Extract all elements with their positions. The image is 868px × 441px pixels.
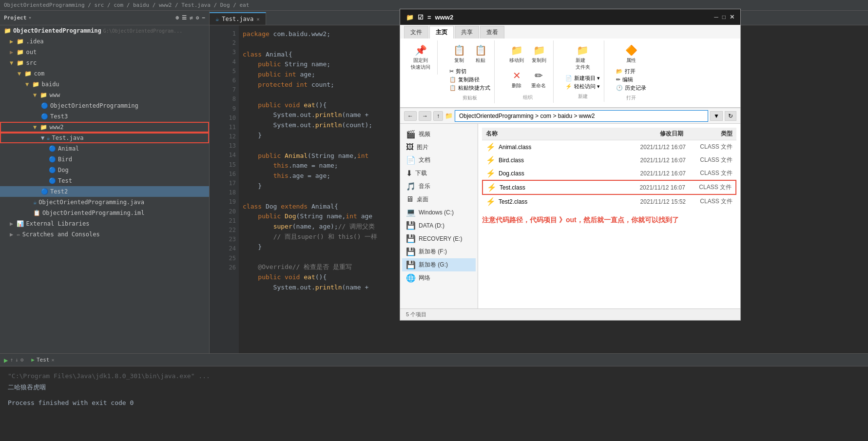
fe-search-btn[interactable]: ▼ (710, 111, 723, 121)
globe-icon[interactable]: ⊕ (176, 15, 179, 21)
fe-nav-network[interactable]: 🌐 网络 (402, 271, 476, 285)
fe-move-icon: 📁 (511, 44, 523, 56)
sidebar-item-bird[interactable]: 🔵 Bird (0, 154, 209, 165)
fe-cut-row[interactable]: ✂ 剪切 (449, 68, 490, 75)
fe-pin-btn[interactable]: 📌 固定到快速访问 (408, 42, 433, 73)
fe-status-bar: 5 个项目 (400, 308, 740, 320)
sidebar-item-src[interactable]: ▼ 📁 src (0, 58, 209, 68)
fe-nav-vol-g[interactable]: 💾 新加卷 (G:) (402, 258, 476, 271)
fe-open-row[interactable]: 📂 打开 (616, 68, 646, 75)
fe-back-btn[interactable]: ← (404, 111, 417, 121)
sidebar-item-oopiml[interactable]: 📋 ObjectOrientedProgramming.iml (0, 208, 209, 218)
sidebar-item-www[interactable]: ▼ 📁 www (0, 90, 209, 100)
fe-file-test[interactable]: ⚡ Test.class 2021/11/12 16:07 CLASS 文件 (482, 180, 736, 195)
fe-newitem-row[interactable]: 📄 新建项目 ▾ (565, 75, 600, 82)
fe-forward-btn[interactable]: → (419, 111, 431, 121)
fe-group-open: 🔶 属性 📂 打开 ✏ 编辑 🕐 历史记录 (612, 40, 650, 103)
fe-nav-images[interactable]: 🖼 图片 (402, 141, 476, 153)
sidebar-item-com[interactable]: ▼ 📁 com (0, 68, 209, 79)
fe-col-type[interactable]: 类型 (683, 130, 733, 138)
sidebar-item-www2[interactable]: ▼ 📁 www2 (0, 122, 209, 133)
fe-move-btn[interactable]: 📁 移动到 (506, 42, 527, 66)
fe-properties-btn[interactable]: 🔶 属性 (621, 42, 641, 66)
list-icon[interactable]: ☰ (182, 15, 187, 21)
animal-icon: 🔵 (49, 145, 56, 152)
fe-recovery-e-icon: 💾 (406, 234, 416, 243)
fe-tab-view[interactable]: 查看 (480, 26, 504, 38)
minus-icon[interactable]: − (202, 15, 205, 21)
fe-history-icon: 🕐 (616, 85, 623, 91)
sidebar-item-baidu[interactable]: ▼ 📁 baidu (0, 79, 209, 90)
fe-nav-data-d[interactable]: 💾 DATA (D:) (402, 219, 476, 232)
fe-window-controls: ─ □ ✕ (714, 14, 734, 20)
sidebar-item-oop[interactable]: 🔵 ObjectOrientedProgramming (0, 100, 209, 111)
www2-folder-icon: ▼ 📁 (33, 124, 47, 131)
fe-nav-downloads[interactable]: ⬇ 下载 (402, 167, 476, 180)
sidebar-item-test2[interactable]: 🔵 Test2 (0, 186, 209, 197)
fe-minimize-btn[interactable]: ─ (714, 14, 718, 20)
sidebar-item-animal[interactable]: 🔵 Animal (0, 143, 209, 154)
run-play-btn[interactable]: ▶ (4, 356, 8, 364)
sidebar-item-scratches[interactable]: ▶ ✏ Scratches and Consoles (0, 229, 209, 240)
run-stop-btn[interactable]: ↑ (10, 357, 13, 363)
run-rerun-btn[interactable]: ↓ (15, 357, 19, 363)
fe-tab-share[interactable]: 共享 (455, 26, 479, 38)
sidebar-item-extlibs[interactable]: ▶ 📊 External Libraries (0, 218, 209, 229)
fe-nav-recovery-e[interactable]: 💾 RECOVERY (E:) (402, 232, 476, 245)
fe-maximize-btn[interactable]: □ (722, 14, 726, 20)
fe-col-date[interactable]: 修改日期 (584, 130, 683, 138)
sidebar-item-testjava[interactable]: ▼ ☕ Test.java (0, 133, 209, 143)
gutter-left (210, 25, 219, 353)
fe-nav-windows-c[interactable]: 💻 Windows (C:) (402, 206, 476, 219)
run-tab-test[interactable]: ▶ Test ✕ (27, 356, 58, 364)
fe-edit-row[interactable]: ✏ 编辑 (616, 76, 646, 83)
fe-close-btn[interactable]: ✕ (730, 14, 734, 20)
sidebar-item-test3[interactable]: 🔵 Test3 (0, 111, 209, 122)
fe-nav-desktop[interactable]: 🖥 桌面 (402, 193, 476, 206)
fe-pasteshortcut-label: 粘贴快捷方式 (458, 84, 490, 92)
fe-nav-music[interactable]: 🎵 音乐 (402, 180, 476, 193)
sidebar-item-test[interactable]: 🔵 Test (0, 175, 209, 186)
sidebar-item-out[interactable]: ▶ 📁 out (0, 47, 209, 58)
fe-up-btn[interactable]: ↑ (433, 111, 443, 121)
fe-copy-btn[interactable]: 📋 复制 (449, 42, 469, 66)
fe-file-dog[interactable]: ⚡ Dog.class 2021/11/12 16:07 CLASS 文件 (482, 167, 736, 180)
tab-testjava[interactable]: ☕ Test.java ✕ (210, 12, 266, 25)
fe-network-icon: 🌐 (406, 273, 416, 283)
fe-nav-video[interactable]: 🎬 视频 (402, 128, 476, 141)
fe-file-test2[interactable]: ⚡ Test2.class 2021/11/12 15:52 CLASS 文件 (482, 195, 736, 208)
fe-music-icon: 🎵 (406, 182, 416, 191)
fe-ribbon-tabs: 文件 主页 共享 查看 (400, 25, 740, 38)
fe-paste-btn[interactable]: 📋 粘贴 (471, 42, 490, 66)
sidebar-item-oopjava[interactable]: ☕ ObjectOrientedProgramming.java (0, 197, 209, 208)
fe-tab-file[interactable]: 文件 (404, 26, 428, 38)
fe-tab-home[interactable]: 主页 (429, 26, 454, 38)
sidebar-item-dog[interactable]: 🔵 Dog (0, 165, 209, 175)
run-settings-btn[interactable]: ⚙ (20, 357, 24, 363)
fe-title-bar: 📁 ☑ = www2 ─ □ ✕ (400, 9, 740, 25)
fe-refresh-btn[interactable]: ↻ (725, 111, 736, 121)
fe-col-name[interactable]: 名称 (486, 130, 584, 138)
fe-address-field[interactable]: ObjectOrientedProgramming > com > baidu … (455, 110, 708, 122)
gear-icon[interactable]: ⚙ (196, 15, 199, 21)
fe-newfolder-btn[interactable]: 📁 新建文件夹 (573, 42, 593, 73)
fe-history-row[interactable]: 🕐 历史记录 (616, 84, 646, 92)
fe-delete-btn[interactable]: ✕ 删除 (507, 68, 526, 91)
fe-pasteshortcut-row[interactable]: 📋 粘贴快捷方式 (449, 84, 490, 92)
tab-close-btn[interactable]: ✕ (256, 16, 260, 22)
fe-rename-btn[interactable]: ✏ 重命名 (528, 68, 549, 91)
fe-nav-vol-f[interactable]: 💾 新加卷 (F:) (402, 245, 476, 258)
fe-left-panel: 🎬 视频 🖼 图片 📄 文档 ⬇ 下载 🎵 音乐 🖥 桌面 (400, 124, 478, 308)
fe-dog-date: 2021/11/12 16:07 (592, 170, 686, 177)
fe-nav-docs[interactable]: 📄 文档 (402, 153, 476, 167)
sidebar-item-idea[interactable]: ▶ 📁 .idea (0, 36, 209, 47)
split-icon[interactable]: ⇌ (190, 15, 193, 21)
tree-root[interactable]: 📁 ObjectOrientedProgramming G:\ObjectOri… (0, 25, 209, 36)
fe-file-bird[interactable]: ⚡ Bird.class 2021/11/12 16:07 CLASS 文件 (482, 153, 736, 167)
fe-file-animal[interactable]: ⚡ Animal.class 2021/11/12 16:07 CLASS 文件 (482, 140, 736, 153)
fe-copyto-btn[interactable]: 📁 复制到 (529, 42, 549, 66)
fe-easyaccess-row[interactable]: ⚡ 轻松访问 ▾ (565, 83, 600, 90)
run-tab-close[interactable]: ✕ (51, 357, 54, 363)
fe-copypath-row[interactable]: 📋 复制路径 (449, 76, 490, 83)
fe-rename-icon: ✏ (535, 70, 543, 81)
